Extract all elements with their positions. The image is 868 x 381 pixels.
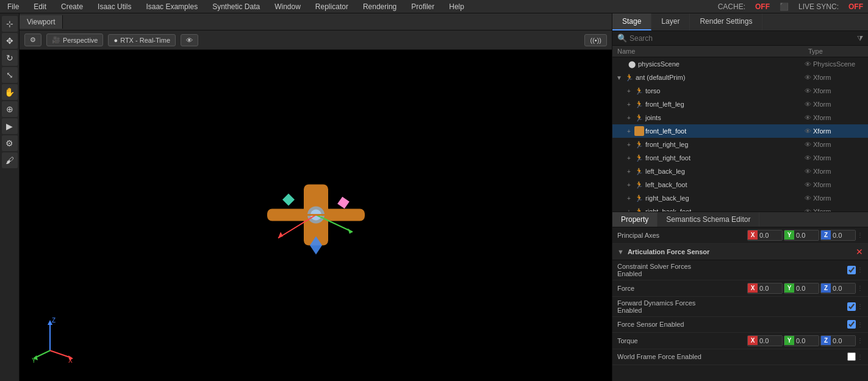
torque-x-input[interactable] <box>758 336 782 346</box>
torque-y-input[interactable] <box>794 336 819 346</box>
svg-marker-5 <box>278 232 283 238</box>
menu-file[interactable]: File <box>5 1 21 12</box>
expand-minus-icon[interactable]: ▼ <box>615 74 623 81</box>
expand-plus-icon[interactable]: + <box>625 182 633 188</box>
property-tabs: Property Semantics Schema Editor <box>612 212 868 227</box>
visibility-icon[interactable]: 👁 <box>802 154 813 162</box>
stage-tabs: Stage Layer Render Settings <box>612 13 868 31</box>
visibility-icon[interactable]: 👁 <box>802 87 813 94</box>
constraint-solver-value <box>847 266 856 274</box>
force-label: Force <box>617 285 747 292</box>
rtx-btn[interactable]: ● RTX - Real-Time <box>108 34 176 46</box>
property-tab-property[interactable]: Property <box>612 212 658 227</box>
tree-label: ant (defaultPrim) <box>636 74 802 81</box>
torque-z-input[interactable] <box>831 336 855 346</box>
tree-item-physicsscene[interactable]: ⬤ physicsScene 👁 PhysicsScene <box>612 57 868 71</box>
menu-window[interactable]: Window <box>272 1 303 12</box>
stage-tab-render[interactable]: Render Settings <box>690 13 762 30</box>
constraint-solver-checkbox[interactable] <box>847 266 856 274</box>
collapse-icon[interactable]: ▼ <box>617 248 624 255</box>
toolbar-paint-btn[interactable]: 🖌 <box>2 152 18 168</box>
tree-item-right-back-leg[interactable]: + 🏃 right_back_leg 👁 Xform <box>612 191 868 205</box>
expand-plus-icon[interactable]: + <box>625 101 633 108</box>
tree-item-front-right-leg[interactable]: + 🏃 front_right_leg 👁 Xform <box>612 138 868 151</box>
toolbar-sim-btn[interactable]: ⚙ <box>2 135 18 151</box>
tree-header-name: Name <box>617 48 795 55</box>
viewport-canvas[interactable]: Z X Y <box>20 50 612 381</box>
force-z-input[interactable] <box>831 283 855 293</box>
menu-isaac-examples[interactable]: Isaac Examples <box>143 1 200 12</box>
stage-tab-stage[interactable]: Stage <box>612 13 651 30</box>
expand-plus-icon[interactable]: + <box>625 195 633 202</box>
toolbar-scale-btn[interactable]: ⤡ <box>2 67 18 83</box>
principal-axes-z-input[interactable] <box>831 230 855 240</box>
section-close-btn[interactable]: ✕ <box>856 247 863 257</box>
visibility-icon[interactable]: 👁 <box>802 114 813 121</box>
menu-synthetic-data[interactable]: Synthetic Data <box>210 1 262 12</box>
tree-item-torso[interactable]: + 🏃 torso 👁 Xform <box>612 84 868 98</box>
visibility-icon[interactable]: 👁 <box>802 101 813 108</box>
viewport-container: Viewport ⚙ 🎥 Perspective ● RTX - Real-Ti… <box>20 13 612 381</box>
toolbar-pan-btn[interactable]: ✋ <box>2 84 18 100</box>
expand-plus-icon[interactable]: + <box>625 141 633 148</box>
visibility-icon[interactable]: 👁 <box>802 168 813 175</box>
viewport-tab[interactable]: Viewport <box>20 15 63 29</box>
visibility-icon[interactable]: 👁 <box>802 60 813 68</box>
tree-item-left-back-foot[interactable]: + 🏃 left_back_foot 👁 Xform <box>612 178 868 191</box>
visibility-icon[interactable]: 👁 <box>802 181 813 188</box>
principal-axes-y-input[interactable] <box>794 230 819 240</box>
stage-tab-layer[interactable]: Layer <box>651 13 690 30</box>
tree-item-front-right-foot[interactable]: + 🏃 front_right_foot 👁 Xform <box>612 151 868 165</box>
svg-text:Z: Z <box>52 317 56 324</box>
toolbar-select-btn[interactable]: ⊹ <box>2 16 18 32</box>
world-frame-force-checkbox[interactable] <box>847 352 856 361</box>
menu-help[interactable]: Help <box>447 1 467 12</box>
ant-icon: 🏃 <box>625 74 634 82</box>
menu-create[interactable]: Create <box>59 1 85 12</box>
axis-svg: Z X Y <box>32 314 81 363</box>
y-label: Y <box>784 230 794 240</box>
search-input[interactable] <box>629 34 855 43</box>
expand-plus-icon[interactable]: + <box>625 88 633 94</box>
toolbar-zoom-btn[interactable]: ⊕ <box>2 101 18 117</box>
visibility-icon[interactable]: 👁 <box>802 74 813 81</box>
expand-plus-icon[interactable]: + <box>625 115 633 121</box>
menu-replicator[interactable]: Replicator <box>313 1 351 12</box>
filter-icon[interactable]: ⧩ <box>857 34 863 43</box>
main-content: ⊹ ✥ ↻ ⤡ ✋ ⊕ ▶ ⚙ 🖌 Viewport ⚙ 🎥 Perspecti… <box>0 13 868 381</box>
toolbar-play-btn[interactable]: ▶ <box>2 118 18 134</box>
force-y-input[interactable] <box>794 283 819 293</box>
eye-btn[interactable]: 👁 <box>181 34 198 46</box>
force-sensor-checkbox[interactable] <box>847 320 856 329</box>
visibility-icon[interactable]: 👁 <box>802 127 813 135</box>
tree-item-ant[interactable]: ▼ 🏃 ant (defaultPrim) 👁 Xform <box>612 71 868 84</box>
tree-item-front-left-leg[interactable]: + 🏃 front_left_leg 👁 Xform <box>612 98 868 111</box>
expand-plus-icon[interactable]: + <box>625 128 633 135</box>
world-frame-force-row: World Frame Force Enabled ⋮ <box>612 349 868 365</box>
audio-btn[interactable]: ((•)) <box>584 34 607 46</box>
camera-btn[interactable]: 🎥 Perspective <box>46 34 103 46</box>
menu-edit[interactable]: Edit <box>31 1 49 12</box>
visibility-icon[interactable]: 👁 <box>802 194 813 202</box>
menu-isaac-utils[interactable]: Isaac Utils <box>95 1 134 12</box>
tree-item-front-left-foot[interactable]: + front_left_foot 👁 Xform <box>612 124 868 138</box>
settings-btn[interactable]: ⚙ <box>24 34 41 46</box>
forward-dynamics-checkbox[interactable] <box>847 302 856 311</box>
toolbar-rotate-btn[interactable]: ↻ <box>2 50 18 66</box>
tree-item-joints[interactable]: + 🏃 joints 👁 Xform <box>612 111 868 124</box>
property-tab-semantics[interactable]: Semantics Schema Editor <box>658 212 759 227</box>
tree-item-left-back-leg[interactable]: + 🏃 left_back_leg 👁 Xform <box>612 165 868 178</box>
tree-item-right-back-foot[interactable]: + 🏃 right_back_foot 👁 Xform <box>612 205 868 212</box>
menu-rendering[interactable]: Rendering <box>360 1 399 12</box>
menu-profiler[interactable]: Profiler <box>409 1 437 12</box>
tree-container[interactable]: ⬤ physicsScene 👁 PhysicsScene ▼ 🏃 ant (d… <box>612 57 868 212</box>
expand-plus-icon[interactable]: + <box>625 168 633 175</box>
expand-plus-icon[interactable]: + <box>625 155 633 162</box>
principal-axes-x-field: X <box>747 230 783 241</box>
principal-axes-x-input[interactable] <box>758 230 782 240</box>
scroll-indicator: ⋮ <box>857 337 863 344</box>
visibility-icon[interactable]: 👁 <box>802 141 813 148</box>
toolbar-move-btn[interactable]: ✥ <box>2 33 18 49</box>
force-x-input[interactable] <box>758 283 782 293</box>
tree-type: Xform <box>813 194 868 202</box>
